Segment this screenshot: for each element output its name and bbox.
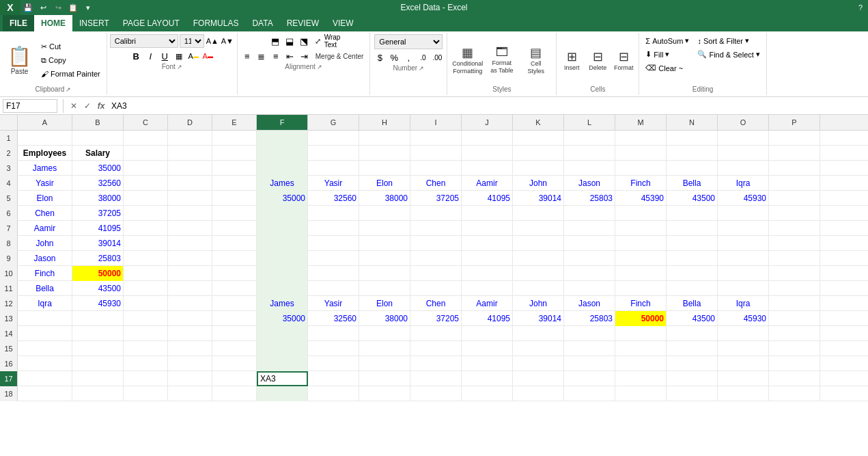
cell-C17[interactable]: [124, 371, 168, 386]
cell-L15[interactable]: [564, 341, 615, 356]
cell-P2[interactable]: [769, 146, 820, 161]
cell-F14[interactable]: [257, 326, 308, 341]
cell-F1[interactable]: [257, 131, 308, 146]
cell-J17[interactable]: [462, 371, 513, 386]
cell-D5[interactable]: [168, 191, 212, 206]
cell-K3[interactable]: [513, 161, 564, 176]
cell-G13[interactable]: 32560: [308, 311, 359, 326]
cell-G16[interactable]: [308, 356, 359, 371]
cell-J18[interactable]: [462, 386, 513, 401]
cell-F11[interactable]: [257, 281, 308, 296]
cell-M7[interactable]: [615, 221, 667, 236]
col-header-J[interactable]: J: [462, 115, 513, 130]
cell-B14[interactable]: [72, 326, 124, 341]
cell-P15[interactable]: [769, 341, 820, 356]
cell-D7[interactable]: [168, 221, 212, 236]
row-num-16[interactable]: 16: [0, 356, 18, 371]
cell-L1[interactable]: [564, 131, 615, 146]
cell-B4[interactable]: 32560: [72, 176, 124, 191]
col-header-G[interactable]: G: [308, 115, 359, 130]
cell-H9[interactable]: [359, 251, 410, 266]
cell-F9[interactable]: [257, 251, 308, 266]
tab-page-layout[interactable]: PAGE LAYOUT: [116, 15, 186, 31]
align-left-button[interactable]: ≡: [240, 49, 254, 63]
cell-L2[interactable]: [564, 146, 615, 161]
cell-D6[interactable]: [168, 206, 212, 221]
cell-I17[interactable]: [410, 371, 462, 386]
cell-C13[interactable]: [124, 311, 168, 326]
cell-J10[interactable]: [462, 266, 513, 281]
cell-N10[interactable]: [667, 266, 718, 281]
cell-P3[interactable]: [769, 161, 820, 176]
cell-D9[interactable]: [168, 251, 212, 266]
col-header-B[interactable]: B: [72, 115, 124, 130]
cell-E17[interactable]: [212, 371, 257, 386]
cell-D14[interactable]: [168, 326, 212, 341]
cell-K17[interactable]: [513, 371, 564, 386]
cell-P6[interactable]: [769, 206, 820, 221]
cell-B16[interactable]: [72, 356, 124, 371]
wrap-text-button[interactable]: Wrap Text: [326, 34, 339, 48]
cell-D10[interactable]: [168, 266, 212, 281]
cell-C9[interactable]: [124, 251, 168, 266]
cell-F7[interactable]: [257, 221, 308, 236]
alignment-expand-icon[interactable]: ↗: [317, 64, 322, 70]
cell-N7[interactable]: [667, 221, 718, 236]
cell-G10[interactable]: [308, 266, 359, 281]
col-header-P[interactable]: P: [769, 115, 820, 130]
cell-O2[interactable]: [718, 146, 769, 161]
cell-D17[interactable]: [168, 371, 212, 386]
cell-L7[interactable]: [564, 221, 615, 236]
cell-K12[interactable]: John: [513, 296, 564, 311]
cell-O13[interactable]: 45930: [718, 311, 769, 326]
cell-O12[interactable]: Iqra: [718, 296, 769, 311]
align-right-button[interactable]: ≡: [269, 49, 283, 63]
col-header-A[interactable]: A: [18, 115, 72, 130]
cell-B17[interactable]: [72, 371, 124, 386]
cell-H2[interactable]: [359, 146, 410, 161]
row-num-13[interactable]: 13: [0, 311, 18, 326]
cell-K7[interactable]: [513, 221, 564, 236]
col-header-H[interactable]: H: [359, 115, 410, 130]
cell-I1[interactable]: [410, 131, 462, 146]
cell-I11[interactable]: [410, 281, 462, 296]
cell-K10[interactable]: [513, 266, 564, 281]
cell-B1[interactable]: [72, 131, 124, 146]
cell-P4[interactable]: [769, 176, 820, 191]
cell-G11[interactable]: [308, 281, 359, 296]
confirm-formula-button[interactable]: ✓: [81, 100, 94, 112]
cell-I8[interactable]: [410, 236, 462, 251]
cell-G1[interactable]: [308, 131, 359, 146]
cell-B10[interactable]: 50000: [72, 266, 124, 281]
cell-A13[interactable]: [18, 311, 72, 326]
cell-C14[interactable]: [124, 326, 168, 341]
cell-N5[interactable]: 43500: [667, 191, 718, 206]
cell-C4[interactable]: [124, 176, 168, 191]
insert-function-button[interactable]: fx: [95, 100, 107, 112]
cell-styles-button[interactable]: ▤ Cell Styles: [520, 38, 552, 82]
cell-I12[interactable]: Chen: [410, 296, 462, 311]
cell-H1[interactable]: [359, 131, 410, 146]
autosum-dropdown-icon[interactable]: ▾: [685, 36, 689, 45]
format-cells-button[interactable]: ⊟ Format: [611, 38, 636, 82]
find-select-button[interactable]: 🔍 Find & Select ▾: [694, 48, 763, 61]
tab-home[interactable]: HOME: [34, 15, 72, 31]
cell-A5[interactable]: Elon: [18, 191, 72, 206]
cell-L17[interactable]: [564, 371, 615, 386]
cell-C16[interactable]: [124, 356, 168, 371]
cell-E12[interactable]: [212, 296, 257, 311]
row-num-9[interactable]: 9: [0, 251, 18, 266]
cell-L5[interactable]: 25803: [564, 191, 615, 206]
cell-P11[interactable]: [769, 281, 820, 296]
cell-I13[interactable]: 37205: [410, 311, 462, 326]
cell-J13[interactable]: 41095: [462, 311, 513, 326]
row-num-15[interactable]: 15: [0, 341, 18, 356]
cell-I3[interactable]: [410, 161, 462, 176]
name-box[interactable]: [3, 99, 57, 113]
cell-N2[interactable]: [667, 146, 718, 161]
tab-insert[interactable]: INSERT: [72, 15, 116, 31]
cell-J12[interactable]: Aamir: [462, 296, 513, 311]
cell-F3[interactable]: [257, 161, 308, 176]
cell-K4[interactable]: John: [513, 176, 564, 191]
cell-J9[interactable]: [462, 251, 513, 266]
